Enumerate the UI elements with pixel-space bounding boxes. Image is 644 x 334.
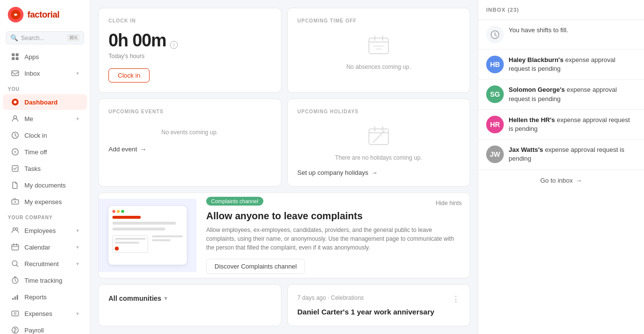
sidebar-item-recruitment[interactable]: Recruitment ▾	[3, 256, 87, 271]
clock-icon	[486, 26, 504, 43]
sidebar-item-payroll[interactable]: Payroll	[3, 322, 87, 334]
timeoff-icon	[11, 147, 20, 156]
info-icon[interactable]: i	[170, 41, 178, 49]
inbox-item-hellen[interactable]: HR Hellen the HR's expense approval requ…	[478, 110, 644, 140]
time-display: 0h 00m i	[108, 30, 271, 51]
hint-card-illustration	[99, 199, 196, 272]
community-title: All communities	[108, 294, 161, 302]
doc-red-dot	[115, 247, 119, 250]
sidebar-item-me[interactable]: Me ▾	[3, 111, 87, 126]
svg-rect-3	[12, 57, 15, 60]
hint-description: Allow employees, ex-employees, candidate…	[206, 226, 460, 252]
hint-card: Hide hints	[98, 192, 470, 278]
sidebar-dashboard-label: Dashboard	[24, 99, 58, 106]
community-header[interactable]: All communities ▾	[108, 294, 271, 302]
sidebar-item-time-off[interactable]: Time off	[3, 144, 87, 160]
inbox-header: INBOX (23)	[478, 0, 644, 20]
doc-col-right	[152, 235, 183, 253]
events-card: UPCOMING EVENTS No events coming up. Add…	[98, 99, 281, 187]
sidebar-section-you: You	[0, 82, 90, 94]
logo-text: factorial	[27, 10, 60, 20]
clockin-icon	[11, 131, 20, 140]
hide-hints-button[interactable]: Hide hints	[436, 200, 462, 207]
inbox-haley-message: Haley Blackburn's expense approval reque…	[509, 56, 615, 72]
svg-point-23	[14, 313, 16, 314]
inbox-item-jax[interactable]: JW Jax Watts's expense approval request …	[478, 140, 644, 169]
add-event-arrow-icon: →	[140, 146, 147, 153]
holidays-empty-icon	[298, 124, 460, 149]
search-placeholder: Search...	[21, 35, 64, 42]
time-off-label: UPCOMING TIME OFF	[298, 18, 460, 23]
inbox-hellen-text: Hellen the HR's expense approval request…	[509, 116, 636, 133]
me-icon	[11, 114, 20, 123]
sidebar-item-inbox[interactable]: Inbox ▾	[3, 65, 87, 81]
sidebar-item-apps[interactable]: Apps	[3, 49, 87, 64]
go-to-inbox-text: Go to inbox	[540, 177, 573, 184]
solomon-initials: SG	[490, 90, 500, 98]
row-2: UPCOMING EVENTS No events coming up. Add…	[98, 99, 470, 187]
svg-rect-2	[16, 53, 19, 56]
sidebar-employees-label: Employees	[24, 227, 56, 234]
svg-point-7	[14, 101, 17, 104]
events-empty-text: No events coming up.	[108, 129, 271, 136]
post-header: 7 days ago · Celebrations ⋮	[298, 294, 460, 304]
inbox-avatar-jax: JW	[486, 146, 504, 163]
inbox-chevron-icon: ▾	[76, 70, 79, 77]
inbox-shifts-message: You have shifts to fill.	[509, 26, 568, 34]
col-line-1	[115, 238, 146, 240]
holidays-empty-text: There are no holidays coming up.	[298, 154, 460, 161]
sidebar-timetracking-label: Time tracking	[24, 277, 63, 284]
add-event-link[interactable]: Add event →	[108, 146, 271, 153]
jax-initials: JW	[490, 150, 500, 158]
svg-point-8	[14, 116, 17, 119]
dot-red	[112, 210, 115, 213]
col-line-3	[152, 235, 183, 237]
sidebar-item-reports[interactable]: Reports	[3, 289, 87, 305]
discover-button[interactable]: Discover Complaints channel	[206, 259, 305, 274]
time-off-card: UPCOMING TIME OFF No absences coming up.	[287, 8, 471, 93]
inbox-item-haley[interactable]: HB Haley Blackburn's expense approval re…	[478, 50, 644, 80]
svg-rect-20	[15, 296, 16, 300]
logo-icon	[8, 7, 23, 22]
employees-icon	[11, 226, 20, 235]
reports-icon	[11, 292, 20, 301]
sidebar-item-clock-in[interactable]: Clock in	[3, 127, 87, 143]
me-chevron-icon: ▾	[76, 116, 79, 122]
col-line-2	[115, 242, 139, 244]
inbox-solomon-text: Solomon George's expense approval reques…	[509, 85, 636, 103]
doc-line-1	[112, 222, 176, 225]
expenses-chevron-icon: ▾	[76, 311, 79, 317]
main-content: CLOCK IN 0h 00m i Today's hours Clock in…	[90, 0, 478, 334]
inbox-avatar-haley: HB	[486, 56, 504, 73]
svg-rect-4	[16, 57, 19, 60]
post-more-icon[interactable]: ⋮	[452, 294, 460, 304]
sidebar-item-employees[interactable]: Employees ▾	[3, 223, 87, 238]
inbox-solomon-message: Solomon George's expense approval reques…	[509, 86, 617, 102]
recruitment-icon	[11, 259, 20, 268]
sidebar-myexpenses-label: My expenses	[24, 198, 62, 206]
sidebar-item-my-expenses[interactable]: My expenses	[3, 194, 87, 209]
search-bar[interactable]: 🔍 Search... ⌘K	[6, 31, 84, 44]
sidebar-item-dashboard[interactable]: Dashboard	[3, 94, 87, 110]
clock-in-button[interactable]: Clock in	[108, 68, 150, 83]
sidebar-clockin-label: Clock in	[24, 132, 47, 139]
time-off-empty-icon	[298, 33, 460, 59]
doc-accent-line	[112, 216, 141, 219]
hellen-initials: HR	[490, 121, 500, 128]
sidebar-item-my-documents[interactable]: My documents	[3, 177, 87, 193]
sidebar-payroll-label: Payroll	[24, 327, 44, 334]
inbox-panel: INBOX (23) You have shifts to fill. HB H…	[478, 0, 644, 334]
inbox-item-shifts[interactable]: You have shifts to fill.	[478, 20, 644, 50]
go-to-inbox-link[interactable]: Go to inbox →	[478, 170, 644, 191]
inbox-item-solomon[interactable]: SG Solomon George's expense approval req…	[478, 80, 644, 109]
myexpenses-icon	[11, 197, 20, 206]
svg-rect-21	[17, 295, 18, 300]
sidebar-item-expenses[interactable]: Expenses ▾	[3, 306, 87, 321]
calendar-chevron-icon: ▾	[76, 244, 79, 250]
sidebar-item-time-tracking[interactable]: Time tracking	[3, 272, 87, 288]
svg-rect-5	[12, 71, 19, 76]
sidebar-item-tasks[interactable]: Tasks	[3, 161, 87, 176]
inbox-shifts-text: You have shifts to fill.	[509, 26, 636, 35]
sidebar-item-calendar[interactable]: Calendar ▾	[3, 239, 87, 255]
setup-holidays-link[interactable]: Set up company holidays →	[298, 169, 460, 176]
